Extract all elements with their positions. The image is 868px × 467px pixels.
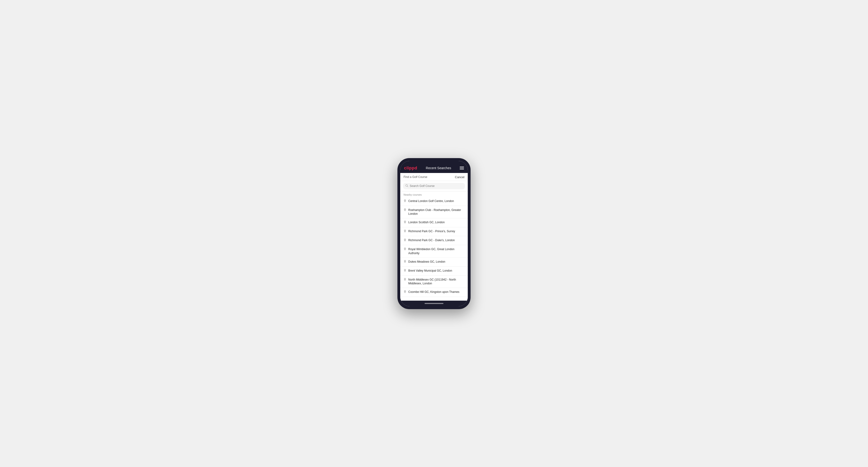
find-header: Find a Golf Course Cancel: [400, 173, 468, 181]
hamburger-line-3: [460, 169, 464, 169]
course-name: Brent Valley Municipal GC, London: [408, 269, 452, 273]
course-item[interactable]: Richmond Park GC - Prince's, Surrey: [400, 227, 468, 236]
pin-icon: [404, 221, 406, 225]
search-icon: [405, 184, 408, 188]
pin-icon: [404, 248, 406, 252]
search-container: [400, 181, 468, 191]
home-indicator: [400, 301, 468, 306]
pin-icon: [404, 290, 406, 294]
pin-icon: [404, 239, 406, 243]
course-item[interactable]: North Middlesex GC (1011942 - North Midd…: [400, 276, 468, 288]
course-item[interactable]: Dukes Meadows GC, London: [400, 258, 468, 267]
course-name: Central London Golf Centre, London: [408, 199, 454, 203]
search-input[interactable]: [410, 184, 463, 188]
home-bar: [425, 303, 443, 304]
svg-line-1: [408, 186, 408, 187]
nav-bar: clippd Recent Searches: [400, 164, 468, 173]
course-item[interactable]: Royal Wimbledon GC, Great London Authori…: [400, 245, 468, 258]
pin-icon: [404, 229, 406, 234]
find-label: Find a Golf Course: [404, 175, 427, 179]
course-name: Roehampton Club - Roehampton, Greater Lo…: [408, 208, 464, 216]
hamburger-line-1: [460, 166, 464, 167]
pin-icon: [404, 260, 406, 264]
phone-device: clippd Recent Searches Find a Golf Cours…: [397, 158, 471, 309]
pin-icon: [404, 278, 406, 282]
course-name: Richmond Park GC - Prince's, Surrey: [408, 229, 455, 234]
hamburger-menu-icon[interactable]: [460, 166, 464, 169]
course-name: Royal Wimbledon GC, Great London Authori…: [408, 247, 464, 255]
course-name: Dukes Meadows GC, London: [408, 260, 445, 264]
main-content: Find a Golf Course Cancel Nearby courses: [400, 173, 468, 301]
course-item[interactable]: Brent Valley Municipal GC, London: [400, 267, 468, 276]
pin-icon: [404, 199, 406, 204]
app-logo: clippd: [404, 166, 417, 170]
course-name: Richmond Park GC - Duke's, London: [408, 238, 455, 242]
course-name: North Middlesex GC (1011942 - North Midd…: [408, 278, 464, 286]
course-item[interactable]: London Scottish GC, London: [400, 218, 468, 227]
svg-point-0: [406, 185, 408, 186]
hamburger-line-2: [460, 168, 464, 168]
course-list: Central London Golf Centre, London Roeha…: [400, 197, 468, 301]
course-item[interactable]: Central London Golf Centre, London: [400, 197, 468, 206]
phone-screen: clippd Recent Searches Find a Golf Cours…: [400, 161, 468, 306]
cancel-button[interactable]: Cancel: [455, 175, 464, 179]
pin-icon: [404, 208, 406, 213]
status-bar: [400, 161, 468, 164]
course-name: London Scottish GC, London: [408, 220, 445, 224]
course-name: Coombe Hill GC, Kingston upon Thames: [408, 290, 460, 294]
nearby-section-label: Nearby courses: [400, 191, 468, 197]
course-item[interactable]: Roehampton Club - Roehampton, Greater Lo…: [400, 206, 468, 219]
course-item[interactable]: Coombe Hill GC, Kingston upon Thames: [400, 288, 468, 297]
nav-title: Recent Searches: [426, 166, 451, 170]
search-box: [403, 183, 465, 189]
pin-icon: [404, 269, 406, 273]
course-item[interactable]: Richmond Park GC - Duke's, London: [400, 236, 468, 245]
